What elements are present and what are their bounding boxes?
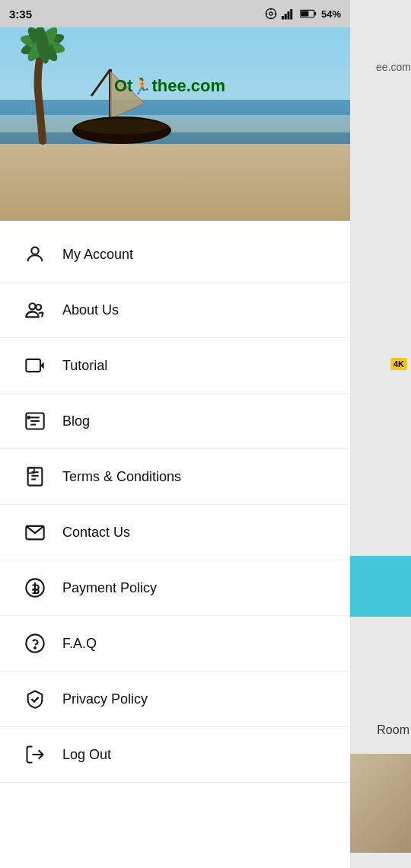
menu-item-terms-conditions[interactable]: Terms & Conditions (0, 449, 350, 505)
bg-eecom-text: ee.com (376, 61, 411, 73)
menu-label-terms-conditions: Terms & Conditions (62, 469, 181, 485)
logout-icon (21, 741, 49, 768)
menu-label-log-out: Log Out (62, 747, 111, 763)
svg-rect-9 (290, 9, 292, 20)
menu-label-my-account: My Account (62, 247, 133, 263)
menu-label-payment-policy: Payment Policy (62, 580, 157, 596)
side-drawer: 3:35 54% (0, 0, 350, 868)
hero-image: Ot 🏃 thee.com (0, 0, 350, 221)
svg-point-25 (36, 305, 41, 310)
menu-item-privacy-policy[interactable]: Privacy Policy (0, 672, 350, 727)
svg-point-41 (26, 634, 43, 652)
bg-room-text: Room (377, 723, 409, 737)
svg-rect-8 (287, 11, 289, 20)
menu-label-tutorial: Tutorial (62, 358, 107, 374)
svg-point-42 (34, 647, 36, 649)
menu-list: My Account About Us Tutor (0, 227, 350, 783)
bg-room-image (350, 754, 411, 853)
shield-icon (21, 685, 49, 713)
question-icon (21, 630, 49, 657)
svg-rect-33 (28, 468, 43, 485)
menu-item-log-out[interactable]: Log Out (0, 727, 350, 783)
menu-label-contact-us: Contact Us (62, 525, 130, 541)
target-icon (265, 8, 277, 20)
menu-item-about-us[interactable]: About Us (0, 282, 350, 338)
menu-item-payment-policy[interactable]: Payment Policy (0, 560, 350, 616)
logo-text: Ot (114, 76, 132, 96)
battery-percent: 54% (321, 8, 341, 20)
menu-item-my-account[interactable]: My Account (0, 227, 350, 282)
svg-point-32 (27, 416, 30, 419)
beach-sand (0, 144, 350, 222)
svg-rect-6 (282, 16, 284, 20)
svg-point-23 (31, 247, 38, 254)
bg-4k-badge: 4K (390, 358, 407, 370)
status-time: 3:35 (9, 8, 32, 21)
svg-rect-7 (285, 14, 287, 20)
status-icons: 54% (265, 8, 341, 20)
envelope-icon (21, 519, 49, 546)
menu-label-blog: Blog (62, 413, 90, 429)
status-bar: 3:35 54% (0, 0, 350, 27)
menu-item-faq[interactable]: F.A.Q (0, 616, 350, 672)
palm-tree (14, 23, 75, 148)
dollar-icon (21, 574, 49, 602)
bg-cyan-block (350, 556, 411, 617)
group-icon (21, 296, 49, 324)
svg-rect-12 (301, 11, 308, 16)
menu-label-faq: F.A.Q (62, 636, 97, 652)
svg-point-24 (29, 303, 35, 309)
logo: Ot 🏃 thee.com (114, 76, 225, 96)
document-icon (21, 463, 49, 490)
logo-suffix: thee.com (151, 76, 225, 96)
blog-icon (21, 407, 49, 435)
menu-item-contact-us[interactable]: Contact Us (0, 505, 350, 560)
svg-rect-11 (314, 12, 316, 16)
svg-rect-26 (26, 359, 40, 372)
svg-line-20 (91, 69, 110, 96)
signal-icon (282, 8, 295, 20)
svg-point-22 (76, 119, 167, 134)
menu-label-about-us: About Us (62, 302, 119, 318)
logo-runner-icon: 🏃 (132, 77, 151, 95)
menu-label-privacy-policy: Privacy Policy (62, 691, 148, 707)
battery-icon (300, 8, 317, 19)
video-icon (21, 352, 49, 379)
menu-item-tutorial[interactable]: Tutorial (0, 338, 350, 394)
background-app-content: ee.com 4K Room (350, 0, 411, 868)
person-icon (21, 241, 49, 268)
svg-point-1 (269, 12, 272, 15)
menu-item-blog[interactable]: Blog (0, 394, 350, 449)
